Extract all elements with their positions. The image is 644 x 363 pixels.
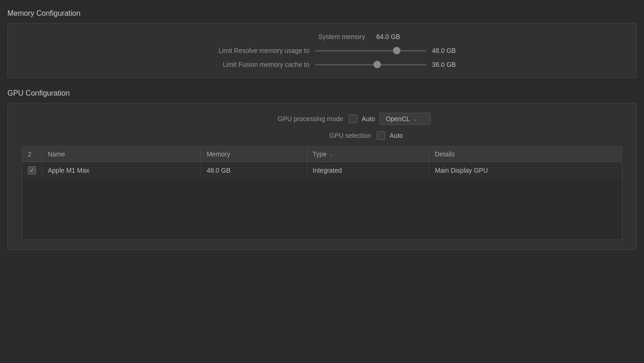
- system-memory-label: System memory: [235, 33, 365, 40]
- table-row: ✓ Apple M1 Max 48.0 GB Integrated Main D…: [22, 162, 622, 179]
- gpu-table-header-row: 2 Name Memory Type ⌄ Details: [22, 147, 622, 162]
- resolve-memory-value: 48.0 GB: [432, 47, 464, 54]
- gpu-processing-auto-label: Auto: [362, 115, 375, 123]
- gpu-selection-controls: Auto: [377, 131, 403, 140]
- th-name: Name: [42, 147, 201, 162]
- gpu-processing-dropdown-value: OpenCL: [386, 115, 410, 123]
- resolve-memory-label: Limit Resolve memory usage to: [180, 47, 309, 54]
- memory-panel: System memory 64.0 GB Limit Resolve memo…: [7, 23, 637, 78]
- th-type-label: Type: [313, 150, 327, 158]
- gpu-processing-row: GPU processing mode Auto OpenCL ⌄: [22, 113, 622, 125]
- fusion-memory-row: Limit Fusion memory cache to 36.0 GB: [22, 61, 622, 68]
- memory-section-header: Memory Configuration: [7, 7, 637, 19]
- th-details: Details: [429, 147, 622, 162]
- td-gpu-type: Integrated: [307, 162, 429, 179]
- fusion-memory-slider[interactable]: [315, 64, 426, 65]
- system-memory-value: 64.0 GB: [376, 33, 409, 40]
- td-gpu-memory: 48.0 GB: [201, 162, 307, 179]
- dropdown-arrow-icon: ⌄: [414, 117, 418, 122]
- gpu-section-header: GPU Configuration: [7, 87, 637, 99]
- gpu-table-wrapper: 2 Name Memory Type ⌄ Details: [22, 147, 622, 240]
- fusion-memory-slider-container[interactable]: [315, 64, 426, 65]
- th-number: 2: [22, 147, 42, 162]
- resolve-memory-slider-container[interactable]: [315, 50, 426, 52]
- gpu-table-container: 2 Name Memory Type ⌄ Details: [22, 146, 622, 240]
- fusion-memory-label: Limit Fusion memory cache to: [180, 61, 309, 68]
- gpu-processing-controls: Auto OpenCL ⌄: [349, 113, 431, 125]
- gpu-selection-label: GPU selection: [241, 132, 371, 139]
- resolve-memory-row: Limit Resolve memory usage to 48.0 GB: [22, 47, 622, 54]
- fusion-memory-value: 36.0 GB: [432, 61, 464, 68]
- sort-arrow-icon: ⌄: [329, 152, 333, 157]
- gpu-processing-checkbox[interactable]: [349, 115, 357, 123]
- system-memory-row: System memory 64.0 GB: [22, 33, 622, 40]
- gpu-panel: GPU processing mode Auto OpenCL ⌄ GPU se…: [7, 103, 637, 250]
- page-container: Memory Configuration System memory 64.0 …: [0, 0, 644, 266]
- th-memory: Memory: [201, 147, 307, 162]
- th-type[interactable]: Type ⌄: [307, 147, 429, 162]
- resolve-memory-slider[interactable]: [315, 50, 426, 52]
- gpu-selection-row: GPU selection Auto: [22, 131, 622, 140]
- gpu-row-checkbox[interactable]: ✓: [28, 166, 36, 175]
- gpu-row-checkmark: ✓: [30, 168, 34, 173]
- gpu-processing-label: GPU processing mode: [213, 115, 343, 123]
- gpu-processing-dropdown[interactable]: OpenCL ⌄: [380, 113, 431, 125]
- td-gpu-details: Main Display GPU: [429, 162, 622, 179]
- gpu-selection-auto-label: Auto: [390, 132, 403, 139]
- gpu-table: 2 Name Memory Type ⌄ Details: [22, 147, 622, 179]
- td-gpu-name: Apple M1 Max: [42, 162, 201, 179]
- td-checkbox[interactable]: ✓: [22, 162, 42, 179]
- gpu-selection-checkbox[interactable]: [377, 131, 385, 140]
